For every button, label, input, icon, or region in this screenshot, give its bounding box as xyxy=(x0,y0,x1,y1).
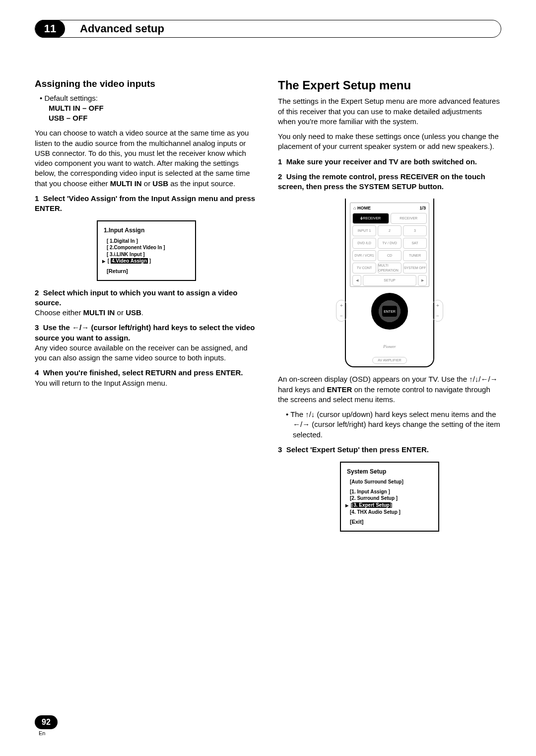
assign-step4-body: You will return to the Input Assign menu… xyxy=(35,378,258,388)
remote-brand-label: Pioneer xyxy=(383,344,396,350)
remote-tuner-button[interactable]: TUNER xyxy=(403,250,427,261)
assign-step3-body: Any video source available on the receiv… xyxy=(35,343,258,363)
arrow-lr-icon: ←/→ xyxy=(72,323,89,332)
expert-para1: The settings in the Expert Setup menu ar… xyxy=(278,96,501,127)
assign-step4: 4 When you're finished, select RETURN an… xyxy=(35,368,258,378)
osd1-item2: [ 2.Component Video In ] xyxy=(107,244,189,251)
default-usb: USB – OFF xyxy=(49,114,87,122)
remote-tvdvd-button[interactable]: TV / DVD xyxy=(378,238,402,249)
page-footer: 92 En xyxy=(35,715,58,736)
remote-prev-icon[interactable]: ◀ xyxy=(352,275,361,286)
osd2-exit: [Exit] xyxy=(350,518,432,526)
assign-step2: 2 Select which input to which you want t… xyxy=(35,288,258,308)
remote-input2-button[interactable]: 2 xyxy=(378,225,402,236)
remote-enter-button[interactable]: ENTER xyxy=(382,306,397,317)
expert-step1: 1 Make sure your receiver and TV are bot… xyxy=(278,157,501,167)
osd1-item3: [ 3.i.LINK Input ] xyxy=(107,251,189,258)
osd2-title: System Setup xyxy=(347,468,432,476)
osd1-return: [Return] xyxy=(107,268,189,275)
osd2-item1: [1. Input Assign ] xyxy=(350,488,432,495)
expert-step3: 3 Select 'Expert Setup' then press ENTER… xyxy=(278,445,501,455)
osd2-item4: [4. THX Audio Setup ] xyxy=(350,509,432,516)
chapter-header: 11 Advanced setup xyxy=(35,20,501,38)
expert-step2: 2 Using the remote control, press RECEIV… xyxy=(278,172,501,192)
remote-dvr-button[interactable]: DVR / VCR1 xyxy=(352,250,376,261)
remote-illustration: ⌂ HOME 1/3 ϕ RECEIVER RECEIVER INPUT 1 2… xyxy=(345,199,434,367)
assign-heading: Assigning the video inputs xyxy=(35,77,258,90)
osd2-item2: [2. Surround Setup ] xyxy=(350,495,432,502)
remote-setup-button[interactable]: SETUP xyxy=(363,275,416,286)
expert-para2: You only need to make these settings onc… xyxy=(278,132,501,152)
remote-touchscreen: ⌂ HOME 1/3 ϕ RECEIVER RECEIVER INPUT 1 2… xyxy=(350,203,429,287)
remote-model-label: AV AMPLIFIER xyxy=(372,357,406,363)
osd-input-assign: 1.Input Assign [ 1.Digital In ] [ 2.Comp… xyxy=(97,220,196,280)
remote-cd-button[interactable]: CD xyxy=(378,250,402,261)
remote-receiver-on-button[interactable]: ϕ RECEIVER xyxy=(352,213,389,224)
osd-system-setup: System Setup [Auto Surround Setup] [1. I… xyxy=(340,462,439,532)
osd1-title: 1.Input Assign xyxy=(104,226,189,234)
remote-input1-button[interactable]: INPUT 1 xyxy=(352,225,376,236)
remote-volume-rocker[interactable]: +− xyxy=(432,300,443,322)
page-number-badge: 92 xyxy=(35,715,58,729)
remote-channel-rocker[interactable]: +− xyxy=(336,300,347,322)
default-multiin: MULTI IN – OFF xyxy=(49,104,104,112)
osd1-item1: [ 1.Digital In ] xyxy=(107,238,189,245)
assign-step3: 3 Use the ←/→ (cursor left/right) hard k… xyxy=(35,323,258,343)
chapter-title: Advanced setup xyxy=(74,22,164,35)
remote-tvcont-button[interactable]: TV CONT xyxy=(352,263,376,274)
remote-multi-button[interactable]: MULTI OPERATION xyxy=(378,263,402,274)
defaults-bullet: Default settings: xyxy=(47,93,258,103)
remote-dvd-button[interactable]: DVD /LD xyxy=(352,238,376,249)
osd2-item3: [3. Expert Setup] xyxy=(345,502,432,509)
chapter-number-badge: 11 xyxy=(35,20,65,38)
expert-heading: The Expert Setup menu xyxy=(278,77,501,93)
remote-sat-button[interactable]: SAT xyxy=(403,238,427,249)
expert-cursor-bullet: The ↑/↓ (cursor up/down) hard keys selec… xyxy=(293,410,501,440)
remote-page-indicator: 1/3 xyxy=(419,205,426,211)
arrow-ud-icon: ↑/↓ xyxy=(305,410,315,418)
remote-home-icon: ⌂ HOME xyxy=(353,205,371,211)
left-column: Assigning the video inputs Default setti… xyxy=(35,77,258,539)
arrow-lr-icon: ←/→ xyxy=(293,420,310,428)
osd2-auto: [Auto Surround Setup] xyxy=(350,479,432,485)
osd1-item4: [ 4.Video Assign ] xyxy=(102,258,189,265)
remote-receiver-button[interactable]: RECEIVER xyxy=(391,213,427,224)
right-column: The Expert Setup menu The settings in th… xyxy=(278,77,501,539)
assign-intro: You can choose to watch a video source a… xyxy=(35,128,258,189)
language-label: En xyxy=(39,730,58,736)
assign-step1: 1 Select 'Video Assign' from the Input A… xyxy=(35,194,258,214)
remote-next-icon[interactable]: ▶ xyxy=(418,275,427,286)
assign-step2-body: Choose either MULTI IN or USB. xyxy=(35,308,258,318)
expert-osd-note: An on-screen display (OSD) appears on yo… xyxy=(278,374,501,405)
remote-sysoff-button[interactable]: SYSTEM OFF xyxy=(403,263,427,274)
remote-input3-button[interactable]: 3 xyxy=(403,225,427,236)
remote-dpad[interactable]: ENTER xyxy=(371,293,408,330)
arrow-all-icon: ↑/↓/←/→ xyxy=(469,375,498,383)
